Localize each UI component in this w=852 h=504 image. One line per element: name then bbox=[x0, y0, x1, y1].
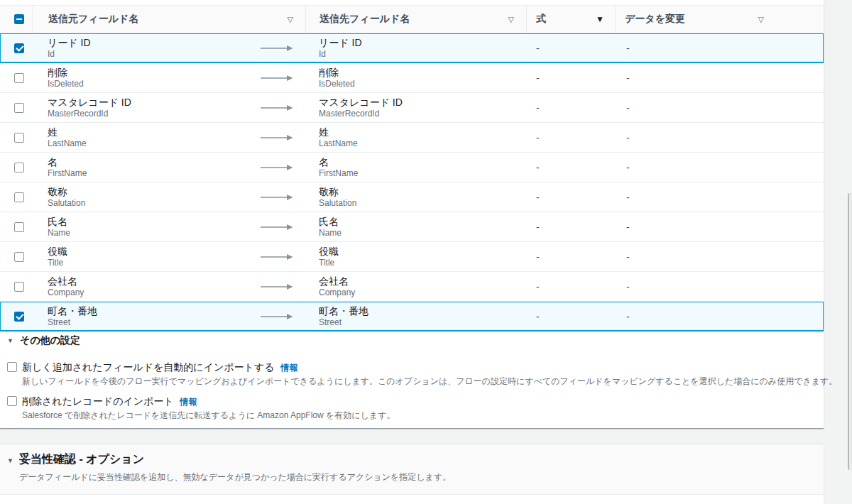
formula-value: - bbox=[536, 251, 540, 263]
destination-field-api-name: FirstName bbox=[319, 168, 358, 179]
column-header-source-field[interactable]: 送信元フィールド名 ▽ bbox=[32, 6, 305, 33]
caret-down-icon: ▼ bbox=[7, 458, 13, 464]
row-checkbox[interactable] bbox=[14, 163, 24, 172]
other-settings-section-toggle[interactable]: ▼ その他の設定 bbox=[7, 334, 80, 347]
row-checkbox[interactable] bbox=[14, 43, 24, 53]
row-checkbox[interactable] bbox=[14, 103, 24, 113]
source-field-cell: マスタレコード ID MasterRecordId bbox=[32, 93, 305, 122]
source-field-api-name: LastName bbox=[48, 138, 87, 149]
formula-cell: - bbox=[526, 302, 615, 331]
destination-field-api-name: MasterRecordId bbox=[319, 109, 403, 119]
filter-icon[interactable]: ▽ bbox=[288, 16, 293, 23]
source-field-api-name: Title bbox=[48, 258, 67, 268]
modify-data-cell: - bbox=[615, 153, 774, 182]
destination-field-label: 役職 bbox=[319, 246, 339, 258]
source-field-cell: 名 FirstName bbox=[32, 153, 305, 182]
destination-field-cell: 役職 Title bbox=[305, 242, 526, 271]
destination-field-api-name: Name bbox=[319, 228, 342, 239]
validation-title: 妥当性確認 - オプション bbox=[19, 452, 144, 467]
info-link[interactable]: 情報 bbox=[281, 362, 298, 374]
row-spacer bbox=[774, 33, 824, 62]
modify-data-value: - bbox=[626, 221, 630, 233]
column-header-formula[interactable]: 式 ▼ bbox=[526, 6, 615, 33]
row-spacer bbox=[774, 123, 824, 152]
info-link[interactable]: 情報 bbox=[180, 396, 197, 408]
source-field-label: 敬称 bbox=[48, 186, 85, 198]
formula-value: - bbox=[536, 311, 540, 322]
mapping-table-header: 送信元フィールド名 ▽ 送信先フィールド名 ▽ 式 ▼ データを変更 ▽ bbox=[0, 5, 824, 33]
validation-section-toggle[interactable]: ▼ 妥当性確認 - オプション データフィールドに妥当性確認を追加し、無効なデー… bbox=[0, 444, 824, 495]
select-all-checkbox[interactable] bbox=[14, 14, 24, 24]
settings-option: 削除されたレコードのインポート 情報 Salesforce で削除されたレコード… bbox=[7, 395, 816, 421]
source-field-api-name: Name bbox=[48, 228, 70, 239]
row-checkbox[interactable] bbox=[14, 133, 24, 143]
modify-data-value: - bbox=[626, 132, 630, 143]
row-select-cell bbox=[0, 302, 32, 331]
row-checkbox[interactable] bbox=[14, 73, 24, 83]
filter-icon[interactable]: ▽ bbox=[508, 16, 514, 23]
destination-field-label: 町名・番地 bbox=[319, 305, 368, 317]
destination-field-api-name: Id bbox=[319, 49, 362, 60]
validation-panel: ▼ 妥当性確認 - オプション データフィールドに妥当性確認を追加し、無効なデー… bbox=[0, 444, 824, 504]
formula-cell: - bbox=[526, 63, 615, 92]
table-row: 会社名 Company 会社名 Company - - bbox=[0, 272, 824, 302]
modify-data-cell: - bbox=[615, 272, 774, 301]
row-select-cell bbox=[0, 93, 32, 122]
formula-value: - bbox=[536, 43, 540, 54]
destination-field-cell: 削除 IsDeleted bbox=[305, 63, 526, 92]
modify-data-cell: - bbox=[615, 93, 774, 122]
source-field-label: リード ID bbox=[48, 37, 91, 49]
column-header-modify-data[interactable]: データを変更 ▽ bbox=[615, 6, 774, 33]
formula-value: - bbox=[536, 102, 540, 114]
table-row: マスタレコード ID MasterRecordId マスタレコード ID Mas… bbox=[0, 93, 824, 123]
table-row: 名 FirstName 名 FirstName - - bbox=[0, 153, 824, 182]
mapping-arrow-icon bbox=[261, 194, 293, 201]
destination-field-api-name: Company bbox=[319, 287, 355, 298]
mapping-arrow-icon bbox=[261, 75, 293, 82]
settings-option: 新しく追加されたフィールドを自動的にインポートする 情報 新しいフィールドを今後… bbox=[7, 361, 816, 387]
filter-icon[interactable]: ▽ bbox=[758, 16, 764, 23]
source-field-label: 町名・番地 bbox=[48, 305, 97, 317]
destination-field-api-name: Street bbox=[319, 317, 368, 328]
table-row: 姓 LastName 姓 LastName - - bbox=[0, 123, 824, 153]
row-spacer bbox=[774, 302, 824, 331]
option-description: Salesforce で削除されたレコードを送信先に転送するように Amazon… bbox=[22, 410, 395, 421]
row-checkbox[interactable] bbox=[14, 192, 24, 202]
modify-data-cell: - bbox=[615, 63, 774, 92]
destination-field-cell: 名 FirstName bbox=[305, 153, 526, 182]
sort-icon[interactable]: ▼ bbox=[596, 15, 604, 23]
formula-value: - bbox=[536, 281, 540, 292]
option-checkbox[interactable] bbox=[7, 362, 17, 372]
formula-cell: - bbox=[526, 272, 615, 301]
modify-data-value: - bbox=[626, 102, 630, 114]
vertical-scrollbar-thumb[interactable] bbox=[848, 193, 852, 470]
column-header-destination-field[interactable]: 送信先フィールド名 ▽ bbox=[305, 6, 526, 33]
destination-field-label: マスタレコード ID bbox=[319, 97, 403, 109]
source-field-api-name: Company bbox=[48, 287, 84, 298]
mapping-arrow-icon bbox=[261, 253, 293, 261]
mapping-arrow-icon bbox=[261, 45, 293, 52]
destination-field-cell: 会社名 Company bbox=[305, 272, 526, 301]
row-checkbox[interactable] bbox=[14, 222, 24, 232]
modify-data-value: - bbox=[626, 192, 630, 203]
modify-data-cell: - bbox=[615, 212, 774, 241]
table-row: 敬称 Salutation 敬称 Salutation - - bbox=[0, 182, 824, 212]
source-field-api-name: IsDeleted bbox=[48, 79, 84, 89]
row-spacer bbox=[774, 93, 824, 122]
row-checkbox[interactable] bbox=[14, 252, 24, 262]
option-checkbox[interactable] bbox=[7, 396, 17, 406]
formula-cell: - bbox=[526, 33, 615, 62]
destination-field-api-name: IsDeleted bbox=[319, 79, 355, 89]
formula-cell: - bbox=[526, 182, 615, 212]
row-spacer bbox=[774, 212, 824, 241]
modify-data-cell: - bbox=[615, 123, 774, 152]
validation-description: データフィールドに妥当性確認を追加し、無効なデータが見つかった場合に実行するアク… bbox=[19, 471, 451, 483]
row-checkbox[interactable] bbox=[14, 282, 24, 292]
source-field-label: 氏名 bbox=[48, 216, 70, 228]
source-field-cell: 姓 LastName bbox=[32, 123, 305, 152]
source-field-cell: 会社名 Company bbox=[32, 272, 305, 301]
source-field-api-name: Salutation bbox=[48, 198, 85, 209]
row-spacer bbox=[774, 182, 824, 212]
table-row: リード ID Id リード ID Id - - bbox=[0, 33, 824, 63]
row-checkbox[interactable] bbox=[14, 312, 24, 322]
